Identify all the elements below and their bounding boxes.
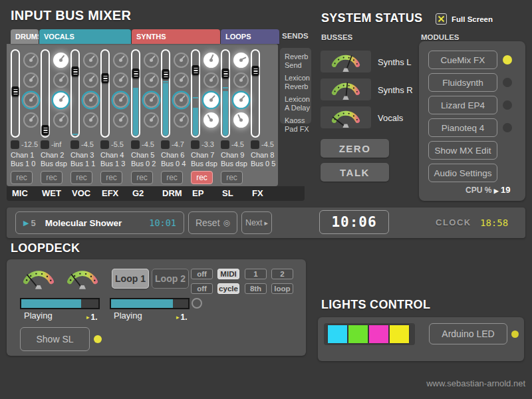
channel-mute-box[interactable] [251,140,259,149]
loop-button-2[interactable]: Loop 2 [152,269,189,289]
channel-knob[interactable] [23,72,39,88]
mode-button-8th[interactable]: 8th [245,283,267,294]
talk-button[interactable]: TALK [321,163,389,182]
channel-fader[interactable] [221,49,230,138]
light-swatch-2[interactable] [348,325,368,343]
channel-knob[interactable] [113,92,128,108]
fader-handle[interactable] [162,69,170,79]
channel-knob[interactable] [23,53,39,68]
zero-button[interactable]: ZERO [321,139,389,158]
channel-fader[interactable] [11,49,20,138]
channel-knob[interactable] [83,53,98,68]
mode-button-cycle[interactable]: cycle [217,283,239,294]
rec-button[interactable]: rec [131,171,153,184]
module-button-audio-settings[interactable]: Audio Settings [428,164,497,182]
reset-button[interactable]: Reset◎ [188,211,237,234]
channel-mute-box[interactable] [221,140,229,149]
light-swatch-3[interactable] [369,325,388,343]
module-button-lizard-ep4[interactable]: Lizard EP4 [428,96,497,114]
sends-item-3[interactable]: Lexicon A Delay [285,95,311,112]
loop-indicator-circle[interactable] [192,298,202,309]
channel-knob[interactable] [174,92,189,108]
channel-knob[interactable] [233,112,249,128]
module-button-pianoteq-4[interactable]: Pianoteq 4 [428,118,497,137]
channel-mute-box[interactable] [131,140,140,149]
channel-knob[interactable] [53,112,68,128]
channel-knob[interactable] [53,53,68,68]
channel-fader[interactable] [251,49,260,138]
next-button[interactable]: Next▸ [241,211,272,234]
channel-knob[interactable] [113,53,128,68]
rec-button[interactable]: rec [41,171,63,184]
arduino-led-button[interactable]: Arduino LED [429,323,507,344]
channel-knob[interactable] [144,72,159,88]
sends-item-2[interactable]: Lexicon Reverb [285,74,311,91]
mode-button-1[interactable]: 1 [245,269,267,279]
mode-button-loop[interactable]: loop [271,283,293,294]
channel-knob[interactable] [233,72,249,88]
fader-handle[interactable] [102,73,109,83]
mode-button-2[interactable]: 2 [271,269,293,279]
channel-mute-box[interactable] [191,140,200,149]
rec-button[interactable]: rec [11,171,33,184]
channel-mute-box[interactable] [11,140,19,149]
fader-handle[interactable] [12,86,19,96]
channel-knob[interactable] [23,92,39,108]
channel-fader[interactable] [131,49,140,138]
channel-mute-box[interactable] [161,140,170,149]
mode-button-off[interactable]: off [191,269,213,279]
channel-knob[interactable] [144,53,159,68]
sends-item-4[interactable]: Kaoss Pad FX [285,116,311,134]
rec-button[interactable]: rec [161,171,183,184]
sends-item-1[interactable]: Reverb Send [285,53,311,70]
channel-knob[interactable] [174,53,189,68]
channel-knob[interactable] [144,112,159,128]
light-swatch-4[interactable] [390,325,409,343]
channel-knob[interactable] [233,53,249,68]
loop-button-1[interactable]: Loop 1 [112,269,149,289]
channel-mute-box[interactable] [100,140,109,149]
channel-knob[interactable] [83,92,98,108]
module-button-show-mx-edit[interactable]: Show MX Edit [428,141,497,160]
rec-button[interactable]: rec [70,171,92,184]
module-button-fluidsynth[interactable]: Fluidsynth [428,73,497,92]
mode-button-midi[interactable]: MIDI [217,269,239,279]
channel-knob[interactable] [203,92,219,108]
module-button-cuemix-fx[interactable]: CueMix FX [428,51,497,69]
channel-fader[interactable] [41,49,50,138]
rec-button[interactable]: rec [100,171,122,184]
channel-knob[interactable] [233,92,249,108]
tab-vocals[interactable]: VOCALS [39,29,131,44]
channel-knob[interactable] [174,72,189,88]
channel-knob[interactable] [203,72,219,88]
rec-button[interactable]: rec [221,171,243,184]
tab-synths[interactable]: SYNTHS [132,29,220,44]
channel-fader[interactable] [191,49,200,138]
tab-loops[interactable]: LOOPS [221,29,279,44]
song-selector[interactable]: ▶ 5 Molecular Shower 10:01 [15,211,184,234]
rec-button[interactable]: rec [191,171,213,184]
show-sl-button[interactable]: Show SL [20,327,90,351]
channel-mute-box[interactable] [41,140,49,149]
fader-handle[interactable] [72,66,79,76]
channel-knob[interactable] [83,72,98,88]
channel-knob[interactable] [53,92,68,108]
channel-fader[interactable] [161,49,170,138]
channel-mute-box[interactable] [70,140,79,149]
fader-handle[interactable] [132,68,140,78]
fullscreen-checkbox[interactable] [436,13,447,25]
channel-knob[interactable] [83,112,98,128]
channel-fader[interactable] [100,49,110,138]
channel-knob[interactable] [113,72,128,88]
fader-handle[interactable] [222,68,229,78]
channel-knob[interactable] [53,72,68,88]
mode-button-off[interactable]: off [191,283,213,294]
channel-knob[interactable] [203,53,219,68]
channel-fader[interactable] [70,49,80,138]
channel-knob[interactable] [203,112,219,128]
channel-knob[interactable] [23,112,39,128]
channel-knob[interactable] [144,92,159,108]
channel-knob[interactable] [113,112,128,128]
light-swatch-1[interactable] [328,325,347,343]
fader-handle[interactable] [192,65,200,75]
